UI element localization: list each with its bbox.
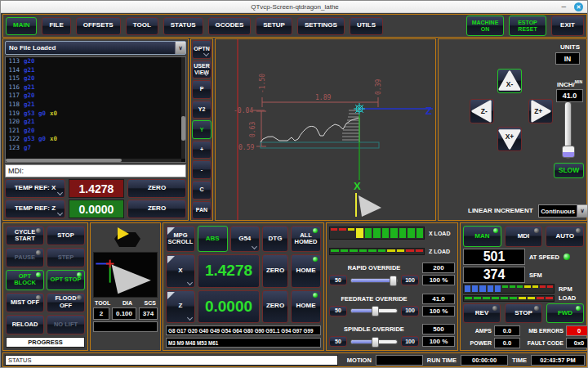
loaded-file-combo[interactable]: No File Loaded ∨ xyxy=(5,41,186,55)
axis-x-button[interactable]: X xyxy=(166,254,195,288)
mdi-input[interactable]: MDI: xyxy=(5,164,186,177)
minimize-icon[interactable]: – xyxy=(561,1,566,11)
temp-ref-x-button[interactable]: TEMP REF: X xyxy=(5,179,65,198)
tab-utils[interactable]: UTILS xyxy=(350,17,383,35)
dtg-button[interactable]: DTG xyxy=(262,226,288,252)
estop-reset-button[interactable]: ESTOP RESET xyxy=(509,16,546,36)
feedrate-min-button[interactable]: 50 xyxy=(329,306,347,316)
g54-button[interactable]: G54 xyxy=(230,226,261,252)
svg-text:X+: X+ xyxy=(506,132,514,141)
view-zoom-in-button[interactable]: + xyxy=(192,141,212,159)
tab-settings[interactable]: SETTINGS xyxy=(297,17,345,35)
axis-z-button[interactable]: Z xyxy=(166,290,195,324)
jog-x-plus-button[interactable]: X+ xyxy=(497,127,522,151)
flood-button[interactable]: FLOOD OFF xyxy=(47,293,85,312)
mode-mdi-button[interactable]: MDI xyxy=(505,226,543,247)
gcode-line: 120g21 xyxy=(6,118,185,127)
z-load-label: Z LOAD xyxy=(429,249,455,254)
view-p-button[interactable]: P xyxy=(192,80,212,99)
spindle-max-button[interactable]: 100 xyxy=(401,336,419,347)
spindle-min-button[interactable]: 50 xyxy=(329,336,347,347)
zero-x-button[interactable]: ZERO xyxy=(262,254,288,288)
all-homed-button[interactable]: ALL HOMED xyxy=(291,226,321,252)
view-y-button[interactable]: Y xyxy=(192,120,212,139)
home-x-button[interactable]: HOME xyxy=(291,254,321,288)
auto-led xyxy=(576,228,581,233)
slow-button[interactable]: SLOW xyxy=(554,163,584,178)
stop-button[interactable]: STOP xyxy=(47,226,85,245)
spindle-override-slider[interactable] xyxy=(350,339,398,344)
mist-button[interactable]: MIST OFF xyxy=(6,293,44,312)
spindle-fwd-button[interactable]: FWD xyxy=(546,303,584,323)
close-icon[interactable]: ✕ xyxy=(574,2,583,11)
active-mcodes: M3 M9 M48 M53 M61 xyxy=(166,338,321,348)
view-user-view-button[interactable]: USER VIEW xyxy=(192,61,212,79)
machine-on-button[interactable]: MACHINE ON xyxy=(466,16,504,36)
temp-ref-x-row: TEMP REF: X 1.4278 ZERO xyxy=(5,179,186,198)
abs-button[interactable]: ABS xyxy=(198,226,228,252)
file-mdi-panel: No File Loaded ∨ 113g20 114g21 115g20 11… xyxy=(2,38,189,221)
spindle-load-meter xyxy=(463,295,555,302)
gcode-line: 116g21 xyxy=(6,83,185,92)
linear-increment-combo[interactable]: Continuous ∨ xyxy=(538,204,588,218)
feedrate-max-button[interactable]: 100 xyxy=(401,306,419,316)
mode-auto-button[interactable]: AUTO xyxy=(546,226,584,247)
tab-gcodes[interactable]: GCODES xyxy=(208,17,252,35)
opt-stop-button[interactable]: OPT STOP xyxy=(47,270,85,289)
tab-file[interactable]: FILE xyxy=(42,17,70,35)
jog-z-plus-button[interactable]: Z+ xyxy=(528,99,553,123)
rapid-override-slider[interactable] xyxy=(350,278,398,283)
toolpath-preview[interactable]: 1.89 -1.50 0.39 -0.04 0.63 0.59 Z xyxy=(215,38,436,221)
spindle-panel: MAN MDI AUTO 501 AT SPEED 374 SFM RPM LO… xyxy=(460,222,587,351)
view-y2-button[interactable]: Y2 xyxy=(192,101,212,119)
jog-z-minus-button[interactable]: Z- xyxy=(470,99,494,123)
tab-setup[interactable]: SETUP xyxy=(256,17,292,35)
spindle-rev-button[interactable]: REV xyxy=(463,303,501,323)
spindle-override-group: SPINDLE OVERRIDE 500 50 100 100 % xyxy=(329,324,455,347)
view-optn-button[interactable]: OPTN xyxy=(192,40,212,59)
runtime-value: 00:00:00 xyxy=(461,355,508,366)
jog-rate-label: INCH/MIN xyxy=(557,79,582,88)
exit-button[interactable]: EXIT xyxy=(551,16,584,36)
gcode-list[interactable]: 113g20 114g21 115g20 116g21 117g20 118g2… xyxy=(5,56,186,163)
reload-button[interactable]: RELOAD xyxy=(6,315,44,334)
spindle-stop-button[interactable]: STOP xyxy=(505,303,542,323)
no-lift-button[interactable]: NO LIFT xyxy=(47,315,85,334)
tab-status[interactable]: STATUS xyxy=(163,17,203,35)
gcode-horizontal-scrollbar[interactable] xyxy=(6,159,181,162)
feedrate-slider-handle[interactable] xyxy=(372,306,379,316)
tab-offsets[interactable]: OFFSETS xyxy=(76,17,121,35)
rapid-max-button[interactable]: 100 xyxy=(401,275,419,285)
spindle-sfm-value: 374 xyxy=(463,267,525,283)
view-pan-button[interactable]: PAN xyxy=(192,201,212,220)
mpg-scroll-button[interactable]: MPG SCROLL xyxy=(166,226,195,252)
pause-button[interactable]: PAUSE xyxy=(6,248,44,267)
temp-ref-z-zero-button[interactable]: ZERO xyxy=(127,200,186,218)
view-zoom-out-button[interactable]: - xyxy=(192,160,212,179)
spindle-slider-handle[interactable] xyxy=(372,337,379,348)
tab-main[interactable]: MAIN xyxy=(6,17,37,35)
mode-man-button[interactable]: MAN xyxy=(463,226,501,247)
motion-label: MOTION xyxy=(347,357,372,364)
dro-panel: MPG SCROLL ABS G54 DTG ALL HOMED X 1.427… xyxy=(163,222,324,351)
zero-z-button[interactable]: ZERO xyxy=(262,290,288,324)
increment-chevron-down-icon[interactable]: ∨ xyxy=(577,205,587,217)
opt-block-button[interactable]: OPT BLOCK xyxy=(6,270,44,289)
home-z-button[interactable]: HOME xyxy=(291,290,321,324)
tab-tool[interactable]: TOOL xyxy=(126,17,158,35)
step-button[interactable]: STEP xyxy=(47,248,85,267)
temp-ref-z-button[interactable]: TEMP REF: Z xyxy=(5,200,65,218)
jog-rate-slider-handle[interactable] xyxy=(562,146,575,158)
jog-x-minus-button[interactable]: X- xyxy=(497,69,522,93)
tool-scs: 374 xyxy=(139,307,158,320)
cycle-start-button[interactable]: CYCLE START xyxy=(6,226,44,245)
rapid-min-button[interactable]: 50 xyxy=(329,275,347,285)
gcode-line: 117g20 xyxy=(6,92,185,101)
temp-ref-x-zero-button[interactable]: ZERO xyxy=(127,179,186,198)
gcode-vertical-scrollbar[interactable] xyxy=(181,57,185,159)
jog-rate-slider[interactable] xyxy=(564,101,572,159)
rapid-slider-handle[interactable] xyxy=(390,276,397,286)
feedrate-override-slider[interactable] xyxy=(350,308,398,313)
combo-chevron-down-icon[interactable]: ∨ xyxy=(175,42,185,54)
view-clear-button[interactable]: C xyxy=(192,181,212,200)
